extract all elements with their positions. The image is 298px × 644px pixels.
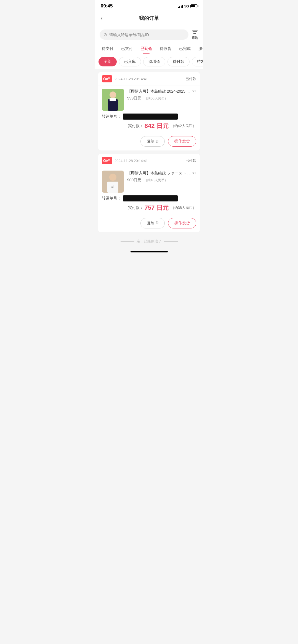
header: ‹ 我的订单: [95, 11, 203, 26]
svg-point-6: [108, 77, 110, 79]
ship-button[interactable]: 操作发货: [168, 136, 196, 147]
svg-point-17: [109, 174, 116, 181]
order-header: 2024-11-28 20:14:41 已付款: [98, 72, 200, 85]
svg-point-5: [104, 78, 105, 80]
filter-value-add[interactable]: 待增值: [143, 57, 165, 66]
order-actions: 复制ID 操作发货: [98, 215, 200, 232]
tab-pending-receive[interactable]: 待收货: [156, 44, 175, 54]
page-title: 我的订单: [139, 15, 159, 21]
payment-label: 实付款：: [128, 205, 143, 210]
order-platform: 2024-11-28 20:14:41: [102, 157, 148, 164]
order-card: 2024-11-28 20:14:41 已付款 純 【即購入可】本島純政 ファー…: [98, 154, 200, 232]
tracking-row: 转运单号：: [102, 195, 196, 201]
signal-bars-icon: [178, 4, 183, 8]
tracking-row: 转运单号：: [102, 114, 196, 120]
order-header: 2024-11-28 20:14:41 已付款: [98, 154, 200, 167]
status-bar: 09:45 5G: [95, 0, 203, 11]
orders-list: 2024-11-28 20:14:41 已付款: [95, 72, 203, 232]
payment-row: 实付款： 757 日元 （约38人民币）: [102, 204, 196, 212]
order-date: 2024-11-28 20:14:41: [115, 77, 148, 81]
status-icons: 5G: [178, 4, 197, 8]
product-image: [102, 89, 124, 111]
tab-pending-payment[interactable]: 待支付: [98, 44, 117, 54]
order-date: 2024-11-28 20:14:41: [115, 159, 148, 163]
product-img-svg: 純: [102, 171, 124, 193]
product-price-approx: （约50人民币）: [144, 96, 167, 100]
search-icon: ⊙: [103, 32, 107, 37]
copy-id-button[interactable]: 复制ID: [140, 136, 165, 147]
sub-filter: 全部 已入库 待增值 待付款 待发货: [95, 54, 203, 69]
payment-amount: 842 日元: [145, 122, 169, 130]
order-body: 【即購入可】本島純政 2024-2025 ... x1 999日元 （约50人民…: [98, 85, 200, 133]
svg-text:純: 純: [111, 185, 114, 188]
product-name: 【即購入可】本島純政 2024-2025 ... x1: [127, 89, 196, 94]
product-info: 【即購入可】本島純政 2024-2025 ... x1 999日元 （约50人民…: [127, 89, 196, 111]
payment-approx: （约38人民币）: [171, 205, 196, 210]
order-product: 【即購入可】本島純政 2024-2025 ... x1 999日元 （约50人民…: [102, 89, 196, 111]
product-info: 【即購入可】本島純政 ファースト ... x1 900日元 （约45人民币）: [127, 171, 196, 193]
tracking-number: [123, 114, 178, 120]
svg-point-14: [104, 160, 105, 161]
back-button[interactable]: ‹: [100, 14, 104, 22]
filter-icon: [191, 29, 198, 35]
svg-rect-2: [193, 33, 196, 34]
search-section: ⊙ 筛选: [95, 26, 203, 44]
tab-service[interactable]: 服务待: [195, 44, 203, 54]
payment-approx: （约42人民币）: [171, 123, 196, 128]
mercari-logo: [102, 75, 112, 82]
search-box: ⊙: [100, 29, 188, 40]
order-actions: 复制ID 操作发货: [98, 133, 200, 150]
svg-rect-0: [192, 30, 198, 31]
filter-pending-ship[interactable]: 待发货: [192, 57, 203, 66]
tab-paid[interactable]: 已支付: [117, 44, 137, 54]
svg-rect-10: [110, 98, 116, 101]
filter-label: 筛选: [191, 36, 198, 40]
product-quantity: x1: [192, 89, 196, 94]
mercari-logo: [102, 157, 112, 164]
filter-all[interactable]: 全部: [99, 57, 117, 66]
product-name: 【即購入可】本島純政 ファースト ... x1: [127, 171, 196, 176]
order-product: 純 【即購入可】本島純政 ファースト ... x1 900日元 （约45人民币）: [102, 171, 196, 193]
tracking-label: 转运单号：: [102, 196, 121, 201]
order-status: 已付款: [185, 158, 196, 163]
order-body: 純 【即購入可】本島純政 ファースト ... x1 900日元 （约45人民币）…: [98, 167, 200, 215]
tracking-number: [123, 195, 178, 201]
search-input[interactable]: [109, 33, 185, 37]
filter-pending-payment[interactable]: 待付款: [167, 57, 190, 66]
filter-button[interactable]: 筛选: [191, 29, 198, 40]
svg-rect-1: [193, 31, 197, 32]
tracking-label: 转运单号：: [102, 114, 121, 119]
order-status: 已付款: [185, 76, 196, 81]
product-image: 純: [102, 171, 124, 193]
order-card: 2024-11-28 20:14:41 已付款: [98, 72, 200, 150]
product-price: 999日元 （约50人民币）: [127, 96, 196, 101]
network-type: 5G: [184, 4, 189, 8]
product-quantity: x1: [192, 171, 196, 176]
product-img-svg: [102, 89, 124, 111]
svg-point-8: [110, 91, 116, 98]
status-time: 09:45: [101, 3, 113, 9]
payment-row: 实付款： 842 日元 （约42人民币）: [102, 122, 196, 130]
tab-completed[interactable]: 已完成: [175, 44, 195, 54]
product-price: 900日元 （约45人民币）: [127, 178, 196, 183]
battery-icon: [190, 4, 197, 8]
tab-arrived[interactable]: 已到仓: [137, 44, 156, 54]
copy-id-button[interactable]: 复制ID: [140, 218, 165, 228]
order-platform: 2024-11-28 20:14:41: [102, 75, 148, 82]
bottom-tip: 亲，已经到底了: [95, 232, 203, 248]
payment-label: 实付款：: [128, 123, 143, 128]
filter-stored[interactable]: 已入库: [119, 57, 141, 66]
home-indicator: [131, 251, 168, 252]
product-price-approx: （约45人民币）: [144, 178, 167, 182]
svg-point-15: [108, 159, 110, 161]
ship-button[interactable]: 操作发货: [168, 218, 196, 228]
tab-navigation: 待支付 已支付 已到仓 待收货 已完成 服务待: [95, 44, 203, 54]
payment-amount: 757 日元: [145, 204, 169, 212]
